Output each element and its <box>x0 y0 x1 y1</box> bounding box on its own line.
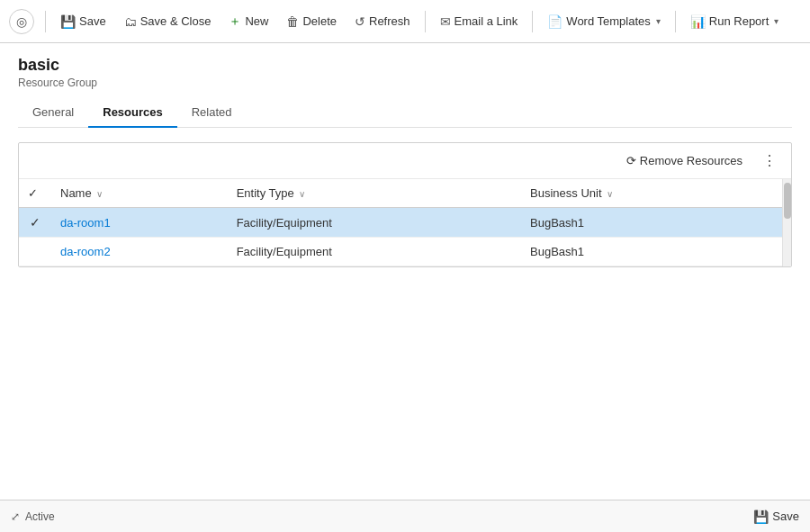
run-report-label: Run Report <box>709 14 769 28</box>
row-name-cell[interactable]: da-room2 <box>51 238 228 266</box>
header-name[interactable]: Name ∨ <box>51 179 228 208</box>
word-templates-button[interactable]: 📄 Word Templates ▾ <box>540 11 667 32</box>
delete-label: Delete <box>302 14 337 28</box>
word-templates-chevron: ▾ <box>656 16 661 26</box>
row-business-unit-cell: BugBash1 <box>521 238 782 266</box>
save-close-icon: 🗂 <box>124 14 137 29</box>
header-check-icon: ✓ <box>28 186 38 200</box>
grid-toolbar: ⟳ Remove Resources ⋮ <box>19 143 791 179</box>
grid-scrollbar[interactable] <box>782 179 791 266</box>
remove-resources-icon: ⟳ <box>626 154 636 167</box>
table-header-row: ✓ Name ∨ Entity Type ∨ <box>19 179 782 208</box>
header-business-unit-sort: ∨ <box>607 189 613 199</box>
save-label: Save <box>79 14 106 28</box>
word-templates-icon: 📄 <box>547 14 562 29</box>
delete-icon: 🗑 <box>286 14 299 29</box>
row-name-link[interactable]: da-room1 <box>60 216 111 230</box>
header-entity-type-label: Entity Type <box>237 186 294 200</box>
delete-button[interactable]: 🗑 Delete <box>279 11 344 32</box>
grid-scroll-area: ✓ Name ∨ Entity Type ∨ <box>19 179 791 266</box>
email-link-button[interactable]: ✉ Email a Link <box>433 11 526 32</box>
header-business-unit[interactable]: Business Unit ∨ <box>521 179 782 208</box>
save-close-button[interactable]: 🗂 Save & Close <box>117 11 219 32</box>
refresh-icon: ↺ <box>355 14 365 29</box>
save-button[interactable]: 💾 Save <box>53 11 113 32</box>
refresh-button[interactable]: ↺ Refresh <box>347 11 418 32</box>
row-entity-type-cell: Facility/Equipment <box>228 208 521 238</box>
header-entity-type[interactable]: Entity Type ∨ <box>228 179 521 208</box>
toolbar-divider-1 <box>45 11 46 32</box>
save-close-label: Save & Close <box>140 14 212 28</box>
resources-table: ✓ Name ∨ Entity Type ∨ <box>19 179 782 266</box>
expand-icon[interactable]: ⤢ <box>11 510 20 523</box>
row-business-unit-cell: BugBash1 <box>521 208 782 238</box>
record-type: Resource Group <box>18 77 792 89</box>
grid-container: ⟳ Remove Resources ⋮ ✓ <box>18 142 792 267</box>
grid-scroll-content: ✓ Name ∨ Entity Type ∨ <box>19 179 782 266</box>
row-check-icon: ✓ <box>30 215 40 230</box>
new-icon: ＋ <box>229 14 241 30</box>
status-bar: ⤢ Active 💾 Save <box>0 500 810 532</box>
toolbar-divider-2 <box>425 11 426 32</box>
row-check-cell[interactable] <box>19 238 51 266</box>
status-save-label: Save <box>772 509 799 523</box>
header-entity-type-sort: ∨ <box>299 189 305 199</box>
status-save-button[interactable]: 💾 Save <box>753 509 799 524</box>
email-link-label: Email a Link <box>454 14 518 28</box>
row-name-link[interactable]: da-room2 <box>60 245 111 258</box>
status-save-icon: 💾 <box>753 509 769 524</box>
row-entity-type-cell: Facility/Equipment <box>228 238 521 266</box>
toolbar-divider-4 <box>675 11 676 32</box>
header-name-label: Name <box>60 186 92 200</box>
tab-general[interactable]: General <box>18 98 88 128</box>
tab-related[interactable]: Related <box>177 98 247 128</box>
grid-scrollbar-thumb[interactable] <box>784 183 791 219</box>
grid-more-button[interactable]: ⋮ <box>757 149 782 173</box>
new-button[interactable]: ＋ New <box>221 10 275 33</box>
remove-resources-button[interactable]: ⟳ Remove Resources <box>619 150 750 171</box>
record-title: basic Resource Group <box>18 56 792 89</box>
row-check-cell[interactable]: ✓ <box>19 208 51 238</box>
run-report-chevron: ▾ <box>774 16 778 26</box>
status-text: Active <box>25 510 55 523</box>
toolbar: ◎ 💾 Save 🗂 Save & Close ＋ New 🗑 Delete ↺… <box>0 0 810 43</box>
table-row[interactable]: da-room2Facility/EquipmentBugBash1 <box>19 238 782 266</box>
run-report-button[interactable]: 📊 Run Report ▾ <box>683 11 786 32</box>
toolbar-divider-3 <box>532 11 533 32</box>
header-business-unit-label: Business Unit <box>530 186 601 200</box>
page-content: basic Resource Group General Resources R… <box>0 43 810 500</box>
record-name: basic <box>18 56 792 75</box>
grid-more-icon: ⋮ <box>762 153 777 168</box>
save-icon: 💾 <box>60 14 76 29</box>
new-label: New <box>245 14 268 28</box>
tabs: General Resources Related <box>18 98 792 128</box>
tab-panel-resources: ⟳ Remove Resources ⋮ ✓ <box>18 128 792 500</box>
header-check[interactable]: ✓ <box>19 179 51 208</box>
header-name-sort: ∨ <box>96 189 103 199</box>
email-icon: ✉ <box>440 14 451 29</box>
back-icon: ◎ <box>16 14 27 29</box>
back-button[interactable]: ◎ <box>9 9 34 34</box>
refresh-label: Refresh <box>369 14 410 28</box>
tab-resources[interactable]: Resources <box>88 98 176 128</box>
run-report-icon: 📊 <box>690 14 706 29</box>
row-name-cell[interactable]: da-room1 <box>51 208 228 238</box>
status-left: ⤢ Active <box>11 510 55 523</box>
word-templates-label: Word Templates <box>566 14 650 28</box>
table-row[interactable]: ✓da-room1Facility/EquipmentBugBash1 <box>19 208 782 238</box>
remove-resources-label: Remove Resources <box>640 154 742 167</box>
